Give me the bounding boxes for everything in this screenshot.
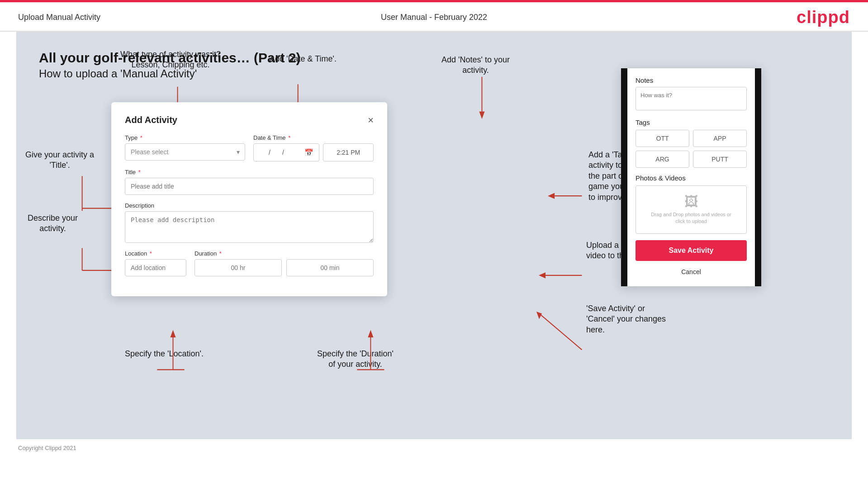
desc-annotation-text: Describe your activity.	[28, 213, 78, 234]
copyright-text: Copyright Clippd 2021	[18, 445, 76, 451]
header: Upload Manual Activity User Manual - Feb…	[0, 2, 868, 32]
svg-marker-22	[539, 272, 545, 278]
svg-marker-24	[536, 312, 542, 319]
type-group: Type * Please select ▾	[125, 134, 245, 161]
type-label: Type *	[125, 134, 245, 141]
description-input[interactable]	[125, 211, 374, 243]
main-content: All your golf-relevant activities… (Part…	[16, 32, 852, 439]
date-group: Date & Time * 15 / 02 / 2022 📅	[253, 134, 374, 161]
description-group: Description	[125, 202, 374, 243]
upload-icon: 🖼	[640, 194, 742, 209]
duration-annotation: Specify the 'Duration' of your activity.	[317, 349, 394, 370]
save-annotation: 'Save Activity' or 'Cancel' your changes…	[586, 303, 666, 335]
duration-hr-input[interactable]	[194, 259, 282, 276]
upload-box[interactable]: 🖼 Drag and Drop photos and videos or cli…	[636, 185, 747, 234]
type-select[interactable]: Please select	[125, 143, 245, 161]
photos-section-label: Photos & Videos	[636, 174, 747, 182]
desc-annotation: Describe your activity.	[28, 213, 78, 234]
svg-marker-18	[479, 112, 484, 119]
dialog-title: Add Activity	[125, 115, 177, 125]
notes-annotation-text: Add 'Notes' to your activity.	[441, 55, 510, 76]
type-date-row: Type * Please select ▾ Date & Time *	[125, 134, 374, 161]
date-label: Date & Time *	[253, 134, 374, 141]
svg-marker-12	[170, 330, 175, 337]
location-label: Location *	[125, 250, 186, 257]
location-annotation-text: Specify the 'Location'.	[125, 349, 204, 359]
date-time-inputs: 15 / 02 / 2022 📅	[253, 143, 374, 161]
location-annotation: Specify the 'Location'.	[125, 349, 204, 359]
date-month-input[interactable]: 02	[271, 149, 282, 156]
page-title: Upload Manual Activity	[18, 13, 100, 22]
duration-min-input[interactable]	[286, 259, 374, 276]
save-activity-button[interactable]: Save Activity	[636, 240, 747, 261]
phone-panel: Notes Tags OTT APP ARG PUTT Photos & Vid…	[621, 68, 761, 286]
date-annotation-text: Add 'Date & Time'.	[270, 54, 337, 64]
duration-inputs	[194, 259, 374, 276]
tag-ott[interactable]: OTT	[636, 130, 689, 147]
footer: Copyright Clippd 2021	[0, 439, 868, 457]
phone-right-bar	[755, 68, 761, 286]
type-annotation: What type of activity was it? Lesson, Ch…	[120, 49, 221, 71]
logo: clippd	[797, 8, 850, 27]
location-duration-row: Location * Duration *	[125, 250, 374, 276]
date-annotation: Add 'Date & Time'.	[270, 54, 337, 64]
date-day-input[interactable]: 15	[257, 149, 268, 156]
title-annotation-text: Give your activity a 'Title'.	[25, 150, 94, 171]
svg-marker-15	[368, 330, 373, 337]
notes-input[interactable]	[636, 87, 747, 110]
upload-text: Drag and Drop photos and videos or click…	[640, 211, 742, 225]
date-input[interactable]: 15 / 02 / 2022 📅	[253, 143, 319, 161]
svg-line-23	[541, 315, 582, 350]
title-field-label: Title *	[125, 169, 374, 175]
location-group: Location *	[125, 250, 186, 276]
duration-group: Duration *	[194, 250, 374, 276]
tag-arg[interactable]: ARG	[636, 151, 689, 168]
duration-annotation-text: Specify the 'Duration' of your activity.	[317, 349, 394, 370]
location-input[interactable]	[125, 259, 186, 276]
manual-title: User Manual - February 2022	[381, 13, 487, 22]
notes-annotation: Add 'Notes' to your activity.	[441, 55, 510, 76]
title-group: Title *	[125, 169, 374, 195]
phone-left-bar	[621, 68, 627, 286]
duration-label: Duration *	[194, 250, 374, 257]
tags-grid: OTT APP ARG PUTT	[636, 130, 747, 168]
tag-app[interactable]: APP	[693, 130, 747, 147]
phone-inner: Notes Tags OTT APP ARG PUTT Photos & Vid…	[627, 68, 755, 286]
close-button[interactable]: ×	[368, 115, 374, 125]
tag-putt[interactable]: PUTT	[693, 151, 747, 168]
type-select-wrapper: Please select ▾	[125, 143, 245, 161]
description-label: Description	[125, 202, 374, 209]
tags-section-label: Tags	[636, 118, 747, 126]
date-year-input[interactable]: 2022	[285, 149, 302, 156]
cancel-button[interactable]: Cancel	[636, 265, 747, 278]
save-annotation-text: 'Save Activity' or 'Cancel' your changes…	[586, 303, 666, 335]
type-annotation-text: What type of activity was it? Lesson, Ch…	[120, 49, 221, 71]
dialog-header: Add Activity ×	[125, 115, 374, 125]
svg-marker-20	[548, 193, 555, 199]
title-input[interactable]	[125, 178, 374, 195]
calendar-icon[interactable]: 📅	[304, 148, 313, 157]
add-activity-dialog: Add Activity × Type * Please select ▾	[111, 102, 387, 296]
title-annotation: Give your activity a 'Title'.	[25, 150, 94, 171]
time-input[interactable]	[323, 143, 374, 161]
notes-section-label: Notes	[636, 76, 747, 84]
